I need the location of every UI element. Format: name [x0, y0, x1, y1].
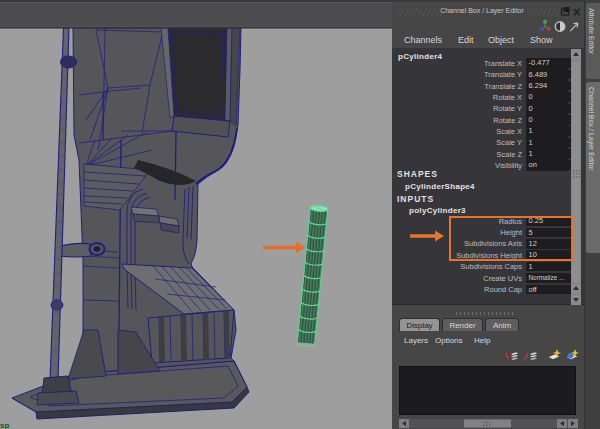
svg-text:rsp: rsp	[0, 421, 10, 429]
